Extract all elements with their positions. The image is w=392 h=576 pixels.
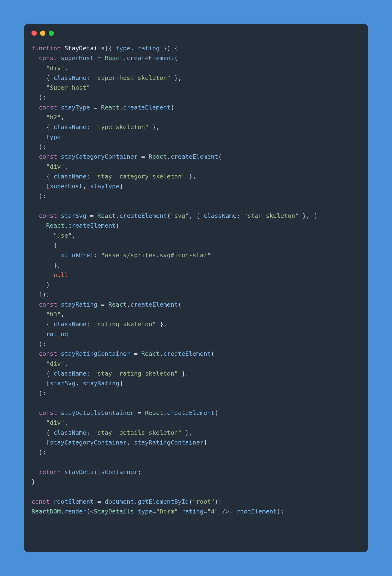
token-brace: }	[31, 478, 35, 485]
token-bracket: ]	[204, 439, 207, 446]
token-string: "h2"	[46, 114, 61, 121]
token-var: stayRatingContainer	[61, 350, 131, 357]
minimize-icon[interactable]	[40, 30, 45, 36]
token-punc: );	[39, 449, 46, 456]
token-class: React	[141, 350, 160, 357]
token-method: createElement	[131, 301, 178, 308]
token-var: stayRatingContainer	[134, 439, 204, 446]
token-string: "stay__category skeleton"	[94, 173, 185, 180]
token-string: "Super host"	[46, 84, 90, 91]
token-string: "type skeleton"	[94, 123, 149, 131]
indent	[31, 242, 53, 249]
token-dot: .	[116, 212, 119, 219]
token-bracket: ]	[119, 182, 123, 190]
token-punc: (	[174, 54, 178, 61]
indent	[31, 301, 39, 308]
space	[134, 508, 138, 515]
token-null: null	[53, 271, 68, 278]
indent	[31, 104, 39, 111]
token-dot: .	[134, 498, 138, 505]
indent	[31, 389, 39, 397]
token-brace: {	[46, 429, 53, 436]
token-punc: (	[211, 350, 214, 357]
token-punc: );	[39, 389, 46, 397]
token-var: stayType	[90, 182, 119, 190]
space	[57, 104, 61, 111]
token-attr: type	[138, 508, 152, 515]
token-dot: .	[127, 301, 130, 308]
token-punc: (	[189, 498, 192, 505]
token-method: getElementById	[138, 498, 189, 505]
indent	[31, 123, 46, 131]
token-class: React	[46, 222, 64, 229]
token-brace: {	[46, 320, 53, 328]
token-angle: <	[90, 508, 94, 515]
token-op: =	[94, 54, 105, 61]
indent	[31, 232, 53, 239]
space	[57, 350, 61, 357]
token-class: React	[145, 409, 163, 416]
token-punc: ,	[131, 45, 138, 52]
indent	[31, 143, 39, 150]
token-brace: }	[185, 173, 193, 180]
token-colon: :	[236, 212, 244, 219]
token-var: stayType	[61, 104, 90, 111]
indent	[31, 380, 46, 387]
token-class: React	[149, 153, 167, 160]
token-angle: />	[222, 508, 229, 515]
token-punc: );	[215, 498, 222, 505]
token-prop: className	[53, 429, 86, 436]
token-punc: (	[116, 222, 119, 229]
token-var: stayDetailsContainer	[64, 468, 138, 476]
token-brace: }	[170, 74, 178, 81]
token-prop: className	[53, 123, 86, 131]
token-var: stayCategoryContainer	[61, 153, 138, 160]
token-method: createElement	[167, 409, 215, 416]
token-var: stayRating	[83, 380, 119, 387]
token-punc: ,	[127, 439, 134, 446]
token-punc: ,	[64, 419, 68, 426]
token-punc: (	[167, 212, 170, 219]
token-punc: ,	[61, 114, 64, 121]
token-colon: :	[94, 252, 101, 259]
token-brace: {	[196, 212, 204, 219]
token-punc: ,	[178, 74, 182, 81]
token-op: =	[94, 498, 105, 505]
token-keyword: const	[39, 54, 57, 61]
token-punc: ,	[64, 64, 68, 72]
space	[57, 54, 61, 61]
indent	[31, 350, 39, 357]
token-dot: .	[64, 222, 68, 229]
token-punc: ,	[189, 212, 196, 219]
token-brace: }	[299, 212, 306, 219]
indent	[31, 74, 46, 81]
token-punc: ,	[193, 173, 196, 180]
token-punc: (	[178, 301, 182, 308]
token-brace: }	[149, 123, 156, 131]
token-brace: {	[46, 123, 53, 131]
token-punc: ,	[64, 360, 68, 367]
token-string: "div"	[46, 163, 64, 170]
token-punc: );	[277, 508, 284, 515]
token-punc: )	[46, 281, 50, 288]
token-string: "div"	[46, 360, 64, 367]
token-var: superHost	[61, 54, 94, 61]
token-var: superHost	[50, 182, 83, 190]
token-dot: .	[123, 54, 127, 61]
indent	[31, 54, 39, 61]
token-punc: ,	[57, 261, 61, 269]
space	[57, 212, 61, 219]
maximize-icon[interactable]	[49, 30, 54, 36]
token-string: "stay__details skeleton"	[94, 429, 182, 436]
token-punc: ,	[72, 232, 75, 239]
token-op: =	[138, 153, 149, 160]
indent	[31, 192, 39, 200]
indent	[31, 429, 46, 436]
token-eq: =	[152, 508, 156, 515]
token-punc: );	[39, 340, 46, 347]
space	[178, 508, 182, 515]
token-keyword: const	[39, 212, 57, 219]
token-prop: className	[204, 212, 236, 219]
close-icon[interactable]	[31, 30, 37, 36]
token-punc: ;	[138, 468, 141, 476]
